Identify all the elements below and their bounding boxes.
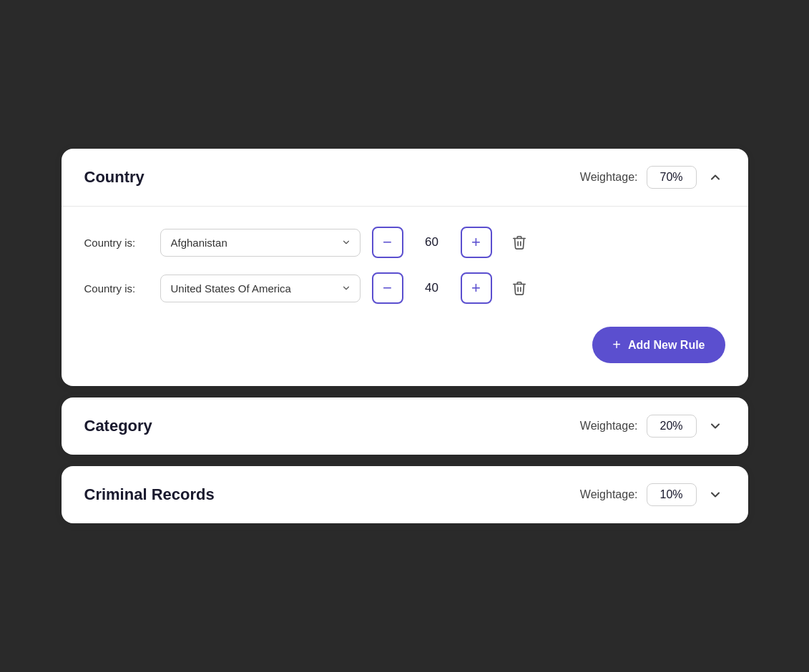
rule1-number-control: − 60 + xyxy=(372,227,492,258)
criminal-records-section-title: Criminal Records xyxy=(84,485,215,504)
country-card-body: Country is: Afghanistan Albania Algeria … xyxy=(62,207,748,386)
country-weightage-value: 70% xyxy=(647,166,697,189)
chevron-up-icon xyxy=(708,170,722,184)
country-weightage-area: Weightage: 70% xyxy=(580,166,725,189)
criminal-records-weightage-value: 10% xyxy=(647,483,697,506)
add-rule-plus-icon: + xyxy=(612,337,621,353)
country-weightage-label: Weightage: xyxy=(580,171,638,184)
rules-scroll-area: Country is: Afghanistan Albania Algeria … xyxy=(84,227,725,318)
rule1-delete-button[interactable] xyxy=(504,227,535,258)
rule2-label: Country is: xyxy=(84,282,149,295)
category-section-title: Category xyxy=(84,417,152,435)
rule2-delete-button[interactable] xyxy=(504,272,535,304)
category-expand-button[interactable] xyxy=(705,416,725,436)
minus-icon: − xyxy=(383,234,392,250)
chevron-down-icon xyxy=(708,419,722,433)
country-collapse-button[interactable] xyxy=(705,167,725,187)
country-section-title: Country xyxy=(84,168,144,187)
add-rule-area: + Add New Rule xyxy=(84,327,725,363)
criminal-records-weightage-label: Weightage: xyxy=(580,488,638,501)
minus-icon: − xyxy=(383,280,392,296)
category-weightage-area: Weightage: 20% xyxy=(580,415,725,438)
rule2-decrement-button[interactable]: − xyxy=(372,272,403,304)
rule2-country-select[interactable]: Afghanistan Albania Algeria United State… xyxy=(160,275,361,302)
rule2-increment-button[interactable]: + xyxy=(461,272,492,304)
add-rule-label: Add New Rule xyxy=(628,339,705,352)
plus-icon: + xyxy=(471,280,481,296)
plus-icon: + xyxy=(471,234,481,250)
trash-icon xyxy=(511,280,527,296)
add-new-rule-button[interactable]: + Add New Rule xyxy=(592,327,725,363)
trash-icon xyxy=(511,234,527,250)
rule1-value-display: 60 xyxy=(409,235,455,249)
rule1-increment-button[interactable]: + xyxy=(461,227,492,258)
category-card-header: Category Weightage: 20% xyxy=(62,397,748,455)
criminal-records-section-card: Criminal Records Weightage: 10% xyxy=(62,466,748,523)
rule-row: Country is: Afghanistan Albania Algeria … xyxy=(84,227,722,258)
category-section-card: Category Weightage: 20% xyxy=(62,397,748,455)
country-card-header: Country Weightage: 70% xyxy=(62,149,748,206)
rule2-number-control: − 40 + xyxy=(372,272,492,304)
country-section-card: Country Weightage: 70% Country is: Afgha… xyxy=(62,149,748,386)
page-wrapper: Country Weightage: 70% Country is: Afgha… xyxy=(62,149,748,523)
category-weightage-label: Weightage: xyxy=(580,420,638,433)
rule1-label: Country is: xyxy=(84,237,149,249)
chevron-down-icon xyxy=(708,488,722,502)
criminal-records-expand-button[interactable] xyxy=(705,485,725,505)
rule2-value-display: 40 xyxy=(409,281,455,295)
criminal-records-weightage-area: Weightage: 10% xyxy=(580,483,725,506)
rule-row: Country is: Afghanistan Albania Algeria … xyxy=(84,272,722,304)
criminal-records-card-header: Criminal Records Weightage: 10% xyxy=(62,466,748,523)
rule1-country-select[interactable]: Afghanistan Albania Algeria United State… xyxy=(160,229,361,257)
category-weightage-value: 20% xyxy=(647,415,697,438)
rule1-decrement-button[interactable]: − xyxy=(372,227,403,258)
